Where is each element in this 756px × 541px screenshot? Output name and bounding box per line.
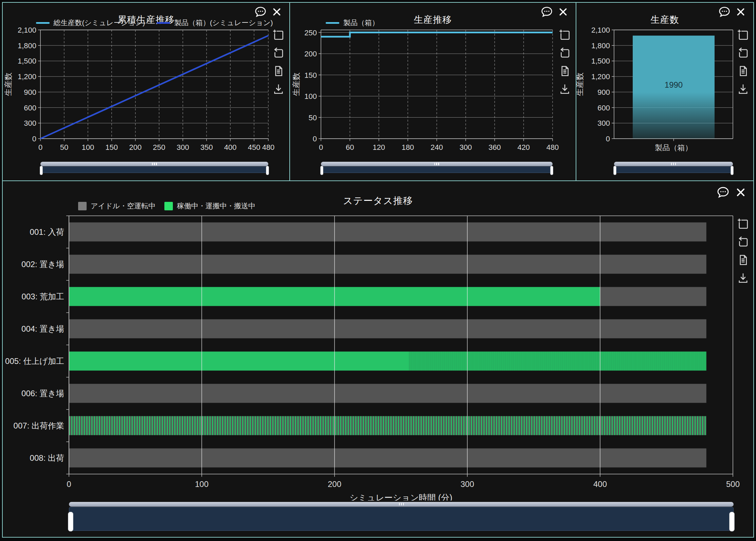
range-handle-left[interactable]: [320, 166, 323, 175]
scrollbar-range[interactable]: [321, 167, 553, 173]
reset-zoom-button[interactable]: [737, 236, 749, 248]
scrollbar-grip-dots: [152, 163, 157, 165]
chart-toolbar: [272, 29, 285, 95]
report-button[interactable]: [737, 254, 749, 266]
svg-text:2,100: 2,100: [18, 26, 36, 34]
reset-zoom-button[interactable]: [272, 47, 285, 59]
download-icon: [272, 83, 285, 95]
zoom-area-button[interactable]: [559, 29, 571, 41]
download-button[interactable]: [737, 83, 749, 95]
svg-text:60: 60: [346, 143, 354, 152]
reset-zoom-icon: [737, 236, 749, 248]
range-handle-left[interactable]: [40, 166, 43, 175]
status-segment[interactable]: [69, 319, 706, 338]
svg-text:1,200: 1,200: [591, 72, 610, 81]
chart-status-svg: 001: 入荷002: 置き場003: 荒加工004: 置き場005: 仕上げ加…: [3, 181, 753, 501]
svg-text:360: 360: [488, 143, 501, 152]
range-handle-right[interactable]: [731, 166, 734, 175]
x-range-scrollbar[interactable]: [321, 162, 553, 173]
svg-text:400: 400: [224, 143, 237, 152]
x-range-scrollbar[interactable]: [614, 162, 733, 173]
chart-production-svg: 050100150200250060120180240300360420480生…: [290, 3, 576, 156]
zoom-area-button[interactable]: [737, 218, 749, 230]
panel-production-count: 生産数 03006009001,2001,5001,8002,1001990製品…: [576, 3, 753, 180]
y-axis-title: 生産数: [4, 73, 13, 96]
svg-text:1,800: 1,800: [591, 41, 610, 50]
range-handle-left[interactable]: [613, 166, 616, 175]
reset-zoom-button[interactable]: [737, 47, 749, 59]
status-segment[interactable]: [69, 449, 706, 468]
status-segment[interactable]: [69, 384, 706, 403]
download-icon: [737, 83, 749, 95]
scrollbar-range[interactable]: [40, 167, 268, 173]
row-label: 006: 置き場: [21, 389, 64, 398]
download-button[interactable]: [272, 83, 285, 95]
report-button[interactable]: [559, 65, 571, 77]
scrollbar-track[interactable]: [40, 162, 268, 166]
scrollbar-range[interactable]: [69, 507, 734, 531]
svg-text:200: 200: [304, 50, 317, 58]
status-segment[interactable]: [69, 223, 706, 242]
report-button[interactable]: [737, 65, 749, 77]
status-segment[interactable]: [69, 416, 706, 435]
svg-text:250: 250: [153, 143, 165, 152]
svg-text:0: 0: [32, 135, 36, 143]
svg-text:480: 480: [262, 143, 275, 152]
row-label: 001: 入荷: [30, 227, 64, 237]
download-button[interactable]: [737, 272, 749, 284]
range-handle-right[interactable]: [266, 166, 269, 175]
svg-text:1,500: 1,500: [18, 57, 36, 65]
bar-value-label: 1990: [665, 80, 683, 89]
zoom-area-icon: [737, 218, 749, 230]
svg-text:150: 150: [304, 71, 317, 80]
svg-text:50: 50: [60, 143, 68, 152]
status-segment[interactable]: [69, 352, 409, 371]
scrollbar-track[interactable]: [69, 502, 734, 507]
reset-zoom-button[interactable]: [559, 47, 571, 59]
chart-toolbar: [559, 29, 571, 95]
svg-text:0: 0: [67, 479, 71, 489]
range-handle-left[interactable]: [68, 512, 73, 531]
svg-text:250: 250: [304, 29, 317, 37]
svg-text:0: 0: [38, 143, 42, 152]
panel-status-transition: ステータス推移 アイドル・空運転中 稼働中・運搬中・搬送中: [3, 181, 753, 537]
svg-text:1,800: 1,800: [18, 41, 36, 50]
dashboard-frame: 累積生産推移 総生産数(シミュレーション): [2, 2, 754, 538]
report-button[interactable]: [272, 65, 285, 77]
svg-text:150: 150: [105, 143, 118, 152]
time-range-scrollbar[interactable]: [69, 502, 734, 531]
svg-text:300: 300: [177, 143, 189, 152]
scrollbar-track[interactable]: [321, 162, 553, 166]
status-segment[interactable]: [409, 352, 706, 371]
chart-toolbar: [737, 29, 749, 95]
panel-production-rate: 生産推移 製品（箱） 050100150200250060120: [290, 3, 576, 180]
svg-text:0: 0: [313, 135, 317, 143]
y-axis-title: 生産数: [292, 73, 301, 96]
x-range-scrollbar[interactable]: [40, 162, 268, 173]
x-category-label: 製品（箱）: [655, 143, 692, 152]
svg-text:600: 600: [597, 104, 610, 112]
zoom-area-button[interactable]: [272, 29, 285, 41]
report-icon: [272, 65, 285, 77]
download-icon: [737, 272, 749, 284]
report-icon: [737, 65, 749, 77]
svg-text:100: 100: [304, 92, 317, 101]
report-icon: [559, 65, 571, 77]
svg-text:500: 500: [726, 479, 740, 489]
scrollbar-grip-dots: [671, 163, 676, 165]
scrollbar-track[interactable]: [614, 162, 733, 166]
svg-text:120: 120: [373, 143, 385, 152]
zoom-area-button[interactable]: [737, 29, 749, 41]
svg-text:1,200: 1,200: [18, 72, 36, 81]
status-gantt-chart: 001: 入荷002: 置き場003: 荒加工004: 置き場005: 仕上げ加…: [3, 181, 753, 502]
svg-text:480: 480: [546, 143, 559, 152]
svg-text:0: 0: [319, 143, 323, 152]
range-handle-right[interactable]: [550, 166, 553, 175]
row-label: 003: 荒加工: [22, 292, 64, 301]
range-handle-right[interactable]: [729, 512, 735, 531]
download-button[interactable]: [559, 83, 571, 95]
scrollbar-range[interactable]: [614, 167, 733, 173]
svg-text:0: 0: [606, 135, 610, 143]
status-segment[interactable]: [600, 287, 706, 306]
status-segment[interactable]: [69, 255, 706, 274]
